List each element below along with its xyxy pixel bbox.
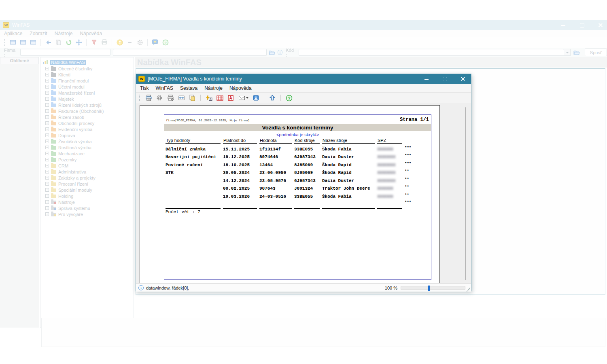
tree-item-label[interactable]: Mechanizace [58, 151, 85, 156]
tree-item-label[interactable]: Správa systému [58, 206, 90, 211]
back-icon[interactable] [45, 39, 52, 46]
tree-item-label[interactable]: Speciální moduly [58, 188, 92, 193]
expand-icon[interactable] [45, 67, 49, 70]
expand-icon[interactable] [45, 206, 49, 210]
tree-item[interactable]: Pozemky [40, 157, 134, 163]
tree-item-label[interactable]: Řízení zásob [58, 115, 84, 120]
tree-item-label[interactable]: Manažerské řízení [58, 91, 95, 95]
open-folder-icon[interactable] [268, 49, 276, 56]
dash-icon[interactable] [126, 39, 134, 46]
menu-item[interactable]: Tisk [140, 85, 149, 91]
expand-icon[interactable] [45, 158, 49, 161]
expand-icon[interactable] [45, 212, 49, 216]
tree-item-label[interactable]: Klienti [58, 72, 70, 77]
tree-item-label[interactable]: Obchodní procesy [58, 121, 94, 126]
save-archive-icon[interactable] [252, 94, 260, 102]
help-icon[interactable]: ? [285, 94, 293, 102]
tree-item[interactable]: Rostlinná výroba [40, 144, 134, 150]
tree-item-label[interactable]: Řízení lidských zdrojů [58, 103, 102, 108]
kod-dropdown-icon[interactable] [564, 49, 571, 56]
tree-item-label[interactable]: Pozemky [58, 157, 76, 162]
tree-item[interactable]: Evidenční výroba [40, 126, 134, 132]
info-icon[interactable]: i [278, 50, 283, 55]
menu-item[interactable]: Nápověda [80, 31, 102, 36]
expand-icon[interactable] [45, 182, 49, 186]
zoom-slider-thumb[interactable] [428, 286, 430, 291]
refresh-icon[interactable] [65, 39, 72, 46]
menu-item[interactable]: Zobrazit [30, 31, 47, 36]
tree-item[interactable]: Pro vývojáře [40, 211, 134, 217]
export-up-icon[interactable] [268, 94, 276, 102]
tree-item[interactable]: Administrativa [40, 169, 134, 175]
expand-icon[interactable] [45, 85, 49, 89]
menu-item[interactable]: Aplikace [4, 31, 22, 36]
tree-root-item[interactable]: Nabídka WinFAS [40, 59, 134, 66]
tree-item[interactable]: Majetek [40, 96, 134, 102]
tree-item[interactable]: Nástroje [40, 199, 134, 205]
kod-input[interactable] [299, 49, 564, 56]
tree-item-label[interactable]: Účetní modul [58, 85, 85, 89]
tree-item[interactable]: CRM [40, 163, 134, 169]
expand-icon[interactable] [45, 91, 49, 95]
expand-icon[interactable] [45, 115, 49, 119]
tree-item[interactable]: Finanční modul [40, 78, 134, 84]
menu-item[interactable]: WinFAS [156, 85, 173, 91]
tree-root-label[interactable]: Nabídka WinFAS [50, 60, 86, 65]
menu-item[interactable]: Nápověda [229, 85, 252, 91]
pdf-export-icon[interactable]: A [227, 94, 235, 102]
firma-code-input[interactable] [20, 49, 110, 56]
tree-item-label[interactable]: Pro vývojáře [58, 212, 83, 217]
copy-icon[interactable] [55, 39, 62, 46]
tree-item-label[interactable]: Evidenční výroba [58, 127, 92, 132]
print-icon[interactable] [144, 94, 153, 102]
expand-icon[interactable] [45, 194, 49, 198]
print-icon[interactable] [100, 39, 108, 46]
expand-icon[interactable] [45, 164, 49, 167]
expand-icon[interactable] [45, 127, 49, 131]
tree-item[interactable]: Účetní modul [40, 84, 134, 90]
film-grid-icon[interactable] [216, 94, 224, 102]
copy-page-icon[interactable] [188, 94, 196, 102]
expand-icon[interactable] [45, 103, 49, 107]
expand-icon[interactable] [45, 152, 49, 155]
filter-icon[interactable] [90, 39, 98, 46]
tree-item[interactable]: Živočišná výroba [40, 138, 134, 144]
zoom-slider[interactable] [401, 286, 465, 290]
tree-item[interactable]: Manažerské řízení [40, 90, 134, 96]
window-horizontal-icon[interactable] [29, 39, 37, 46]
close-icon[interactable] [598, 23, 603, 28]
run-button[interactable]: Spusť [585, 49, 607, 56]
tree-item-label[interactable]: Nástroje [58, 200, 75, 205]
firma-name-input[interactable] [113, 49, 267, 56]
expand-icon[interactable] [45, 200, 49, 204]
minimize-icon[interactable] [424, 76, 429, 81]
tree-item[interactable]: Řízení zásob [40, 114, 134, 120]
menu-item[interactable]: Nástroje [204, 85, 223, 91]
tree-item-label[interactable]: Doprava [58, 133, 75, 138]
tree-item-label[interactable]: Procesní řízení [58, 182, 88, 186]
menu-item[interactable]: Nástroje [55, 31, 73, 36]
expand-icon[interactable] [45, 97, 49, 101]
expand-icon[interactable] [45, 133, 49, 137]
tree-item-label[interactable]: Rostlinná výroba [58, 145, 91, 150]
resize-grip-icon[interactable] [466, 287, 471, 291]
expand-icon[interactable] [45, 176, 49, 180]
tree-item-label[interactable]: Majetek [58, 97, 74, 102]
maximize-icon[interactable] [442, 76, 447, 81]
expand-icon[interactable] [45, 140, 49, 143]
mail-dropdown-icon[interactable] [246, 97, 248, 99]
tree-item[interactable]: Holding [40, 193, 134, 199]
move-icon[interactable] [75, 39, 83, 46]
tree-item-label[interactable]: Fakturace (Obchodník) [58, 109, 104, 114]
window-cascade-icon[interactable] [9, 39, 17, 46]
expand-icon[interactable] [45, 79, 49, 83]
expand-icon[interactable] [45, 73, 49, 76]
expand-icon[interactable] [45, 170, 49, 174]
tree-item[interactable]: Obchodní procesy [40, 120, 134, 126]
chat-icon[interactable] [151, 39, 159, 46]
print-settings-icon[interactable] [155, 94, 163, 102]
tree-item[interactable]: Doprava [40, 132, 134, 138]
tree-item[interactable]: Obecné číselníky [40, 66, 134, 72]
print-setup-icon[interactable] [166, 94, 174, 102]
tree-item-label[interactable]: Administrativa [58, 169, 86, 174]
